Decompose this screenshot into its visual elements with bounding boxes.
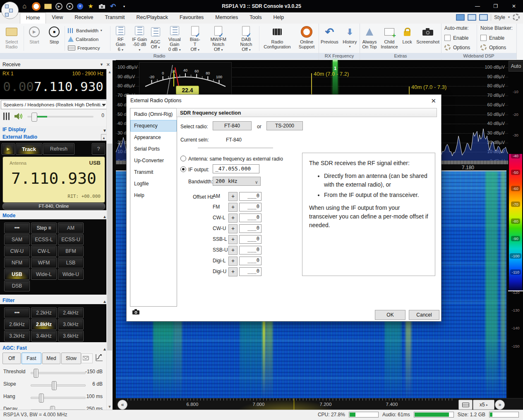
if-display-header[interactable]: IF Display▼ [0,126,109,133]
rf-gain-button[interactable]: RF Gain6 ▾ [111,24,130,53]
child-instance-button[interactable]: Child Instance [379,24,400,53]
mode-button-ecss-u[interactable]: ECSS-U [58,234,84,245]
scroll-left-button[interactable]: « [118,400,127,410]
offset-plus-button-am[interactable]: + [228,192,238,201]
mw-fm-notch-button[interactable]: MW/FM NotchOff ▾ [203,24,234,53]
tab-view[interactable]: View [46,12,69,24]
noise-blanker-enable-row[interactable]: Enable [480,34,513,42]
dialog-camera-icon[interactable] [132,309,139,316]
antenna-radio-label[interactable]: Antenna: same frequency as external radi… [188,156,283,162]
volume-slider[interactable] [27,116,94,118]
support-ring-icon[interactable] [32,2,41,11]
slider-thumb[interactable] [52,381,57,390]
agc-button-med[interactable]: Med [42,353,60,364]
add-icon[interactable]: + [77,3,83,10]
speaker-icon[interactable] [14,112,23,120]
volume-slider-thumb[interactable] [31,113,37,122]
select-radio-button[interactable]: Select Radio [0,24,23,53]
mode-button-cw-l[interactable]: CW-L [31,246,57,257]
mode-button-wfm[interactable]: WFM [31,257,57,268]
offset-plus-button-ssb-u[interactable]: + [228,246,238,255]
slider-thumb[interactable] [34,369,38,378]
auto-mute-options-row[interactable]: Options [444,43,473,52]
panel-collapse-icon[interactable]: ▼ [100,60,103,69]
cancel-button[interactable]: Cancel [409,310,439,320]
agc-button[interactable]: AGCOff ▾ [149,24,162,53]
mode-button-item[interactable]: ••• [4,223,30,233]
scroll-up-arrow[interactable]: ▲ [107,69,113,75]
mode-button-nfm[interactable]: NFM [4,257,30,268]
tab-memories[interactable]: Memories [209,12,244,24]
noise-blanker-options-row[interactable]: Options [480,43,513,52]
agc-button-off[interactable]: Off [2,353,21,364]
auto-mute-enable-row[interactable]: Enable [444,34,473,42]
slider-hang[interactable] [31,397,86,399]
frequency-scale-bar[interactable]: 6.8007.0007.2007.400 « x5 ▸ » [116,398,523,410]
bias-t-button[interactable]: Bias-TOff ▾ [187,24,203,53]
ok-button[interactable]: OK [375,310,405,320]
mode-button-wide-l[interactable]: Wide-L [31,269,57,280]
tab-transmit[interactable]: Transmit [99,12,130,24]
settings-gear-icon[interactable] [513,14,520,21]
equalizer-icon[interactable] [3,113,11,120]
visual-gain-button[interactable]: Visual Gain0 dB ▾ [162,24,187,53]
stop-icon[interactable]: ■ [66,3,73,10]
agc-button-fast[interactable]: Fast [22,353,41,364]
slider-slope[interactable] [31,384,86,386]
mode-button-cw-u[interactable]: CW-U [4,246,30,257]
offset-field-cw-l[interactable]: ___0 [239,214,262,222]
filter-button-item[interactable]: ••• [4,307,30,318]
dialog-nav-help[interactable]: Help [130,190,177,201]
refresh-button[interactable]: Refresh [43,143,74,155]
bandwidth-select[interactable]: 200 kHz∨ [213,177,261,186]
undo-icon[interactable]: ↶ [109,2,117,10]
agc-button-slow[interactable]: Slow [61,353,81,364]
screenshot-button[interactable]: Screenshot [415,24,441,53]
mode-button-dsb[interactable]: DSB [4,281,30,291]
lock-button[interactable]: Lock [400,24,415,53]
minimize-button[interactable]: — [468,0,487,12]
external-radio-header[interactable]: External Radio ▲ [0,133,109,141]
play-icon[interactable]: ▶ [55,3,62,10]
dialog-nav-transmit[interactable]: Transmit [130,166,177,178]
filter-button-3-6khz[interactable]: 3.6kHz [58,331,84,341]
dialog-nav-serial-ports[interactable]: Serial Ports [130,143,177,155]
previous-button[interactable]: ↶ Previous [319,24,340,53]
radio-ft840-button[interactable]: FT-840 [213,121,252,130]
antenna-radio-button[interactable] [180,156,186,161]
offset-plus-button-ssb-l[interactable]: + [228,235,238,244]
calibration-button[interactable]: Calibration [65,35,110,43]
folder-icon[interactable] [44,4,52,9]
scrollbar-thumb[interactable] [107,144,112,350]
if-gain-button[interactable]: IF Gain-50 dB ▾ [130,24,149,53]
offset-field-digi-l[interactable]: ___0 [239,257,262,265]
scroll-down-arrow[interactable]: ▼ [107,404,113,410]
radio-configuration-button[interactable]: Radio Configuration [260,24,295,53]
slider-thumb[interactable] [50,406,55,410]
offset-plus-button-digi-u[interactable]: + [228,267,238,276]
dialog-nav-frequency[interactable]: Frequency [130,120,177,132]
online-support-button[interactable]: Online Support [295,24,319,53]
mode-button-am[interactable]: AM [58,223,84,233]
offset-field-digi-u[interactable]: ___0 [239,267,262,276]
panel-scrollbar[interactable]: ▲ ▼ [106,69,113,410]
filter-button-3-2khz[interactable]: 3.2kHz [4,331,30,341]
radio-ts2000-button[interactable]: TS-2000 [266,121,303,130]
frequency-button[interactable]: Frequency [65,43,110,52]
dialog-nav-logfile[interactable]: Logfile [130,178,177,190]
history-button[interactable]: ⬇ History ▾ [340,24,360,53]
camera-icon[interactable] [98,2,106,10]
layout-monitor-1-icon[interactable] [456,14,465,21]
dialog-nav-radio-omni-rig[interactable]: Radio (Omni-Rig) [130,108,177,120]
mode-button-ecss-l[interactable]: ECSS-L [31,234,57,245]
keypad-entry-button[interactable] [458,400,473,410]
favourite-star-icon[interactable]: ★ [87,2,94,10]
filter-button-2-2khz[interactable]: 2.2kHz [31,307,57,318]
tab-tools[interactable]: Tools [244,12,267,24]
mode-button-bfm[interactable]: BFM [58,246,84,257]
rx-frequency-display[interactable]: RX 1 100 - 2900 Hz 0.007.110.930 [0,69,107,99]
offset-plus-button-cw-u[interactable]: + [228,224,238,233]
mode-header[interactable]: Mode▲ [0,212,109,219]
toolbar-options-caret-icon[interactable]: ▾ [120,2,128,10]
mode-button-usb[interactable]: USB [4,269,30,280]
